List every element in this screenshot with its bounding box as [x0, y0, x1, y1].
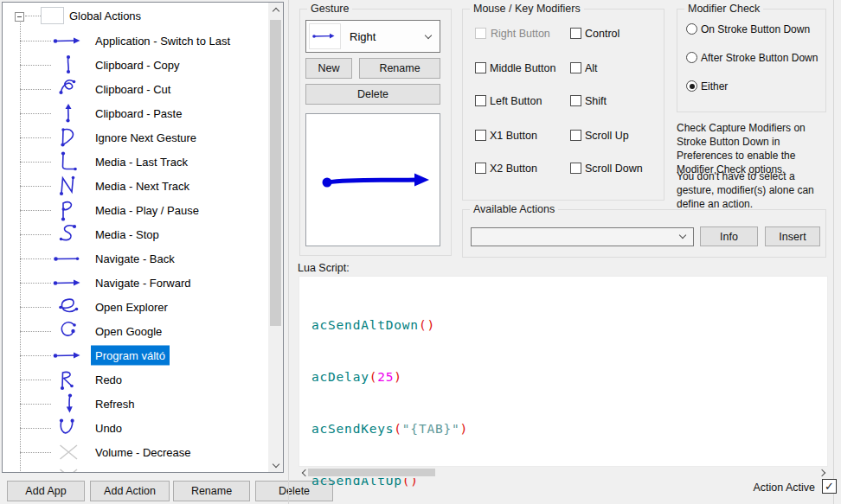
tree-stub — [25, 16, 41, 16]
tree-item-selected[interactable]: Program váltó — [3, 344, 262, 367]
gesture-letter-l-icon — [51, 150, 86, 173]
panel-divider-right — [833, 0, 834, 504]
action-insert-button[interactable]: Insert — [765, 226, 820, 246]
tree-item[interactable]: Undo — [3, 417, 262, 439]
tree-root-row[interactable]: Global Actions — [3, 4, 262, 27]
tree-item[interactable]: Clipboard - Cut — [3, 78, 262, 100]
chevron-down-icon — [272, 460, 279, 467]
tree-item[interactable]: Open Google — [3, 320, 262, 342]
scroll-right-button[interactable] — [818, 467, 828, 478]
action-active-label: Action Active — [727, 482, 815, 494]
middle-button-checkbox[interactable] — [475, 62, 486, 73]
actions-tree-panel: Global Actions Application - Switch to L… — [2, 2, 284, 473]
x1-button-label: X1 Button — [490, 130, 537, 142]
scroll-up-label: Scroll Up — [585, 130, 629, 142]
tree-item[interactable]: Navigate - Back — [3, 247, 262, 270]
right-arrow-stroke-icon — [306, 114, 440, 246]
gesture-letter-u-icon — [51, 417, 86, 439]
gesture-rename-button[interactable]: Rename — [359, 58, 440, 79]
tree-item[interactable]: Clipboard - Paste — [3, 102, 262, 124]
tree-item[interactable]: Clipboard - Copy — [3, 54, 262, 76]
gesture-group-title: Gesture — [307, 3, 352, 15]
gesture-letter-g-icon — [51, 320, 86, 342]
left-button-checkbox[interactable] — [475, 95, 486, 106]
panel-divider-left — [288, 0, 289, 504]
control-checkbox[interactable] — [570, 28, 581, 39]
collapse-expander-icon[interactable] — [15, 12, 24, 22]
script-horizontal-scrollbar[interactable] — [299, 467, 828, 478]
available-actions-select[interactable] — [471, 227, 694, 246]
control-label: Control — [585, 28, 620, 40]
gesture-up-stroke-icon — [51, 102, 86, 124]
gesture-x-gray-icon — [51, 441, 86, 463]
tree-item[interactable]: Ignore Next Gesture — [3, 126, 262, 149]
tree-item[interactable]: Redo — [3, 368, 262, 391]
tree-item[interactable]: Media - Next Track — [3, 175, 262, 197]
gesture-right-arrow-icon — [51, 29, 86, 52]
after-stroke-button-down-label: After Stroke Button Down — [701, 52, 818, 64]
gesture-preview-canvas — [305, 113, 440, 246]
gesture-letter-p-icon — [51, 199, 86, 221]
right-button-label: Right Button — [491, 28, 550, 40]
shift-label: Shift — [585, 95, 607, 107]
rename-action-button[interactable]: Rename — [173, 481, 250, 501]
tree-item[interactable]: Media - Stop — [3, 223, 262, 246]
action-active-checkbox[interactable]: ✓ — [822, 479, 837, 494]
x1-button-checkbox[interactable] — [475, 130, 486, 141]
scroll-up-checkbox[interactable] — [570, 130, 581, 141]
empty-folder-box-icon — [41, 7, 64, 24]
scroll-down-label: Scroll Down — [585, 163, 643, 175]
tree-item[interactable]: Media - Play / Pause — [3, 199, 262, 221]
alt-checkbox[interactable] — [570, 62, 581, 73]
scroll-down-checkbox[interactable] — [570, 163, 581, 174]
tree-item[interactable]: Refresh — [3, 392, 262, 415]
shift-checkbox[interactable] — [570, 95, 581, 106]
gesture-new-button[interactable]: New — [305, 58, 352, 79]
middle-button-label: Middle Button — [490, 62, 555, 74]
action-info-button[interactable]: Info — [700, 226, 758, 246]
chevron-up-icon — [272, 8, 279, 15]
gesture-groupbox: Gesture Right New Rename Delete — [299, 9, 452, 256]
modifier-check-note-1: Check Capture Modifiers on Stroke Button… — [677, 121, 831, 176]
tree-item[interactable]: Application - Switch to Last — [3, 29, 262, 52]
either-radio[interactable] — [686, 80, 697, 92]
gesture-select[interactable]: Right — [305, 20, 440, 53]
tree-item[interactable]: Volume - Increase — [3, 465, 262, 473]
tree-item[interactable]: Open Explorer — [3, 296, 262, 318]
gesture-letter-s-icon — [51, 223, 86, 246]
chevron-right-icon — [818, 469, 825, 475]
tree-scrollbar[interactable] — [268, 3, 283, 472]
modifier-check-title: Modifier Check — [684, 3, 763, 15]
lua-script-editor[interactable]: acSendAltDown() acDelay(25) acSendKeys("… — [299, 276, 828, 467]
gesture-right-arrow-icon — [310, 24, 340, 48]
gesture-letter-d-icon — [51, 126, 86, 149]
gesture-letter-e-icon — [51, 296, 86, 318]
gesture-delete-button[interactable]: Delete — [305, 84, 440, 105]
gesture-loop-icon — [51, 78, 86, 100]
gesture-down-stroke-icon — [51, 54, 86, 76]
available-actions-groupbox: Available Actions Info Insert — [462, 209, 826, 258]
add-app-button[interactable]: Add App — [7, 481, 85, 501]
chevron-down-icon — [425, 32, 432, 39]
on-stroke-button-down-radio[interactable] — [686, 23, 697, 35]
gesture-right-arrow-icon — [51, 344, 86, 367]
modifiers-groupbox: Mouse / Key Modifiers Right Button Contr… — [462, 9, 664, 201]
gesture-letter-n-icon — [51, 175, 86, 197]
tree-item[interactable]: Volume - Decrease — [3, 441, 262, 463]
scrollbar-thumb[interactable] — [308, 469, 435, 476]
gesture-x-gray-icon — [51, 465, 86, 473]
modifier-check-groupbox: Modifier Check On Stroke Button Down Aft… — [677, 9, 826, 112]
tree-item[interactable]: Media - Last Track — [3, 150, 262, 173]
left-button-label: Left Button — [490, 95, 542, 107]
tree-item[interactable]: Navigate - Forward — [3, 271, 262, 294]
add-action-button[interactable]: Add Action — [90, 481, 170, 501]
gesture-preview-thumb — [309, 23, 341, 49]
after-stroke-button-down-radio[interactable] — [686, 52, 697, 63]
right-button-checkbox — [475, 28, 486, 39]
scrollbar-thumb[interactable] — [270, 20, 281, 326]
scroll-down-button[interactable] — [268, 457, 283, 472]
either-label: Either — [701, 80, 728, 93]
scroll-up-button[interactable] — [268, 3, 283, 17]
x2-button-checkbox[interactable] — [475, 163, 486, 174]
tree-root-label[interactable]: Global Actions — [65, 6, 145, 26]
